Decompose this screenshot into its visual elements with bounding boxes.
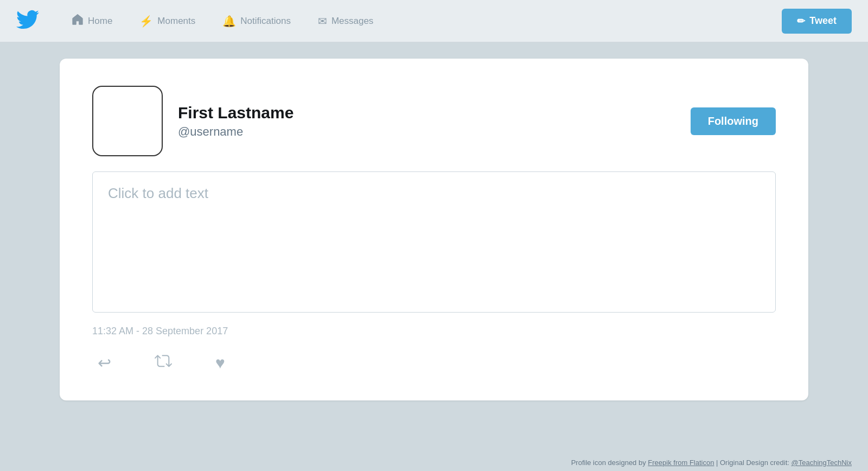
- like-icon[interactable]: ♥: [215, 354, 225, 372]
- nav-item-home[interactable]: Home: [72, 14, 112, 28]
- user-handle: @username: [178, 125, 691, 139]
- tweet-button-label: Tweet: [809, 15, 837, 27]
- main-content: First Lastname @username Following Click…: [0, 42, 868, 454]
- nav-item-messages[interactable]: ✉ Messages: [318, 15, 373, 28]
- tweet-body[interactable]: Click to add text: [92, 171, 776, 313]
- nav-item-moments[interactable]: ⚡ Moments: [139, 15, 195, 28]
- footer-text: Profile icon designed by: [571, 459, 648, 467]
- footer-link-teaching[interactable]: @TeachingTechNix: [792, 459, 852, 467]
- footer-link-freepik[interactable]: Freepik from Flaticon: [648, 459, 714, 467]
- tweet-placeholder: Click to add text: [108, 185, 208, 201]
- tweet-card: First Lastname @username Following Click…: [60, 59, 808, 400]
- nav-item-notifications[interactable]: 🔔 Notifications: [222, 15, 291, 28]
- following-label: Following: [708, 115, 758, 127]
- nav-moments-label: Moments: [157, 16, 195, 27]
- notifications-icon: 🔔: [222, 15, 236, 28]
- tweet-timestamp: 11:32 AM - 28 September 2017: [92, 326, 776, 337]
- user-name: First Lastname: [178, 103, 691, 123]
- tweet-actions: ↩ ♥: [92, 352, 776, 373]
- nav-links: Home ⚡ Moments 🔔 Notifications ✉ Message…: [72, 14, 782, 28]
- avatar: [92, 86, 163, 156]
- svg-marker-0: [73, 14, 82, 23]
- nav-notifications-label: Notifications: [240, 16, 291, 27]
- moments-icon: ⚡: [139, 15, 153, 28]
- user-info: First Lastname @username: [178, 103, 691, 139]
- tweet-button[interactable]: ✏ Tweet: [782, 9, 852, 34]
- nav-home-label: Home: [88, 16, 112, 27]
- reply-icon[interactable]: ↩: [98, 353, 111, 372]
- messages-icon: ✉: [318, 15, 327, 28]
- navbar: Home ⚡ Moments 🔔 Notifications ✉ Message…: [0, 0, 868, 42]
- retweet-icon[interactable]: [155, 352, 172, 373]
- footer-separator: | Original Design credit:: [714, 459, 791, 467]
- tweet-pen-icon: ✏: [797, 15, 805, 27]
- home-icon: [72, 14, 84, 28]
- tweet-header: First Lastname @username Following: [92, 86, 776, 156]
- nav-messages-label: Messages: [331, 16, 373, 27]
- footer: Profile icon designed by Freepik from Fl…: [0, 454, 868, 471]
- twitter-logo-icon: [16, 8, 39, 34]
- following-button[interactable]: Following: [691, 107, 776, 135]
